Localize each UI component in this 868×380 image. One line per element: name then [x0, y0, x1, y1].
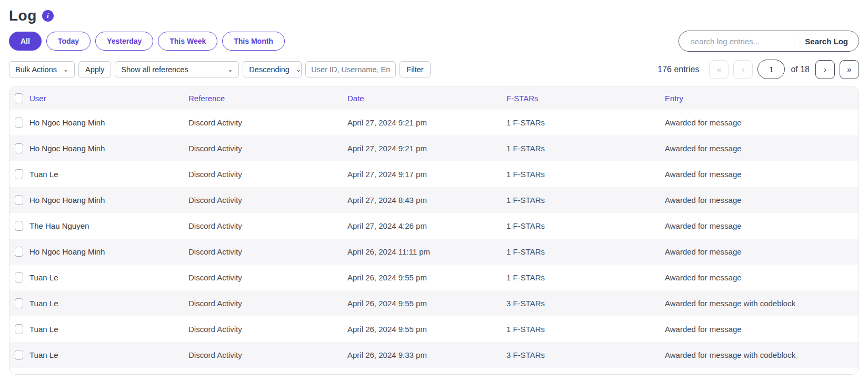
column-header-reference[interactable]: Reference	[188, 94, 347, 103]
date-cell: April 26, 2024 11:11 pm	[347, 247, 506, 256]
table-row: The Hau Nguyen Discord Activity April 27…	[9, 213, 859, 239]
row-checkbox[interactable]	[15, 169, 23, 179]
table-row: Tuan Le Discord Activity April 26, 2024 …	[9, 342, 859, 368]
fstars-cell: 1 F-STARs	[506, 221, 665, 230]
references-filter-select[interactable]: Show all references ⌄	[115, 61, 239, 77]
fstars-cell: 1 F-STARs	[506, 325, 665, 334]
user-cell: Tuan Le	[29, 350, 188, 359]
page-title: Log	[9, 7, 37, 24]
fstars-cell: 1 F-STARs	[506, 273, 665, 282]
date-cell: April 26, 2024 9:55 pm	[347, 325, 506, 334]
reference-cell: Discord Activity	[188, 273, 347, 282]
date-cell: April 26, 2024 9:55 pm	[347, 299, 506, 308]
user-cell: Tuan Le	[29, 273, 188, 282]
toolbar: Bulk Actions ⌄ Apply Show all references…	[9, 61, 431, 77]
fstars-cell: 1 F-STARs	[506, 144, 665, 153]
tab-all[interactable]: All	[9, 32, 42, 51]
table-row: Tuan Le Discord Activity April 27, 2024 …	[9, 161, 859, 187]
chevron-down-icon: ⌄	[63, 66, 68, 73]
entries-count: 176 entries	[657, 65, 699, 74]
chevron-down-icon: ⌄	[227, 66, 233, 73]
references-filter-value: Show all references	[121, 65, 188, 74]
row-checkbox[interactable]	[15, 118, 23, 128]
fstars-cell: 1 F-STARs	[506, 118, 665, 127]
column-header-user[interactable]: User	[29, 94, 188, 103]
reference-cell: Discord Activity	[188, 247, 347, 256]
table-row: Tuan Le Discord Activity April 26, 2024 …	[9, 265, 859, 290]
fstars-cell: 1 F-STARs	[506, 196, 665, 204]
user-cell: Ho Ngoc Hoang Minh	[29, 247, 188, 256]
current-page-input[interactable]	[757, 60, 785, 79]
date-filter-tabs: All Today Yesterday This Week This Month	[9, 32, 285, 51]
user-cell: Ho Ngoc Hoang Minh	[29, 144, 188, 153]
search-log-button[interactable]: Search Log	[794, 31, 859, 51]
filter-search-row: All Today Yesterday This Week This Month…	[9, 31, 859, 52]
tab-this-month[interactable]: This Month	[222, 32, 285, 51]
user-filter-input[interactable]	[305, 61, 396, 77]
date-cell: April 26, 2024 9:55 pm	[347, 273, 506, 282]
first-page-button[interactable]: «	[709, 60, 729, 79]
tab-today[interactable]: Today	[46, 32, 91, 51]
date-cell: April 27, 2024 9:21 pm	[347, 118, 506, 127]
sort-order-value: Descending	[249, 65, 290, 74]
search-input[interactable]	[679, 31, 794, 51]
date-cell: April 27, 2024 9:17 pm	[347, 170, 506, 179]
log-page: Log i All Today Yesterday This Week This…	[0, 0, 868, 375]
user-cell: Ho Ngoc Hoang Minh	[29, 118, 188, 127]
date-cell: April 26, 2024 9:33 pm	[347, 350, 506, 359]
entry-cell: Awarded for message	[665, 325, 859, 334]
next-page-button[interactable]: ›	[815, 60, 835, 79]
row-checkbox[interactable]	[15, 195, 23, 205]
reference-cell: Discord Activity	[188, 118, 347, 127]
last-page-button[interactable]: »	[840, 60, 859, 79]
user-cell: The Hau Nguyen	[29, 221, 188, 230]
table-row: Tuan Le Discord Activity April 26, 2024 …	[9, 316, 859, 342]
row-checkbox[interactable]	[15, 247, 23, 257]
bulk-actions-select[interactable]: Bulk Actions ⌄	[9, 61, 75, 77]
entry-cell: Awarded for message	[665, 144, 859, 153]
user-cell: Tuan Le	[29, 299, 188, 308]
date-cell: April 27, 2024 4:26 pm	[347, 221, 506, 230]
entry-cell: Awarded for message with codeblock	[665, 299, 859, 308]
sort-order-select[interactable]: Descending ⌄	[243, 61, 302, 77]
row-checkbox[interactable]	[15, 143, 23, 153]
row-checkbox[interactable]	[15, 221, 23, 231]
info-icon[interactable]: i	[42, 10, 54, 22]
date-cell: April 27, 2024 9:21 pm	[347, 144, 506, 153]
row-checkbox[interactable]	[15, 350, 23, 360]
tab-yesterday[interactable]: Yesterday	[95, 32, 153, 51]
row-checkbox[interactable]	[15, 272, 23, 282]
user-cell: Tuan Le	[29, 170, 188, 179]
tab-this-week[interactable]: This Week	[158, 32, 217, 51]
apply-button[interactable]: Apply	[78, 61, 111, 77]
fstars-cell: 3 F-STARs	[506, 350, 665, 359]
pagination: 176 entries « ‹ of 18 › »	[657, 60, 859, 79]
page-count-label: of 18	[791, 65, 810, 74]
entry-cell: Awarded for message	[665, 273, 859, 282]
reference-cell: Discord Activity	[188, 196, 347, 204]
page-header: Log i	[9, 7, 859, 24]
log-table: User Reference Date F-STARs Entry Ho Ngo…	[9, 86, 859, 375]
previous-page-button[interactable]: ‹	[733, 60, 753, 79]
reference-cell: Discord Activity	[188, 221, 347, 230]
select-all-checkbox[interactable]	[15, 93, 23, 103]
entry-cell: Awarded for message with codeblock	[665, 350, 859, 359]
entry-cell: Awarded for message	[665, 170, 859, 179]
reference-cell: Discord Activity	[188, 144, 347, 153]
fstars-cell: 1 F-STARs	[506, 170, 665, 179]
reference-cell: Discord Activity	[188, 325, 347, 334]
toolbar-pagination-row: Bulk Actions ⌄ Apply Show all references…	[9, 60, 859, 79]
chevron-down-icon: ⌄	[296, 66, 301, 73]
filter-button[interactable]: Filter	[400, 61, 430, 77]
table-body: Ho Ngoc Hoang Minh Discord Activity Apri…	[9, 110, 859, 368]
reference-cell: Discord Activity	[188, 299, 347, 308]
column-header-fstars[interactable]: F-STARs	[506, 94, 665, 103]
row-checkbox[interactable]	[15, 324, 23, 334]
user-cell: Ho Ngoc Hoang Minh	[29, 196, 188, 204]
reference-cell: Discord Activity	[188, 350, 347, 359]
column-header-date[interactable]: Date	[347, 94, 506, 103]
row-checkbox[interactable]	[15, 298, 23, 308]
column-header-entry[interactable]: Entry	[665, 94, 859, 103]
fstars-cell: 1 F-STARs	[506, 247, 665, 256]
table-row: Tuan Le Discord Activity April 26, 2024 …	[9, 290, 859, 316]
